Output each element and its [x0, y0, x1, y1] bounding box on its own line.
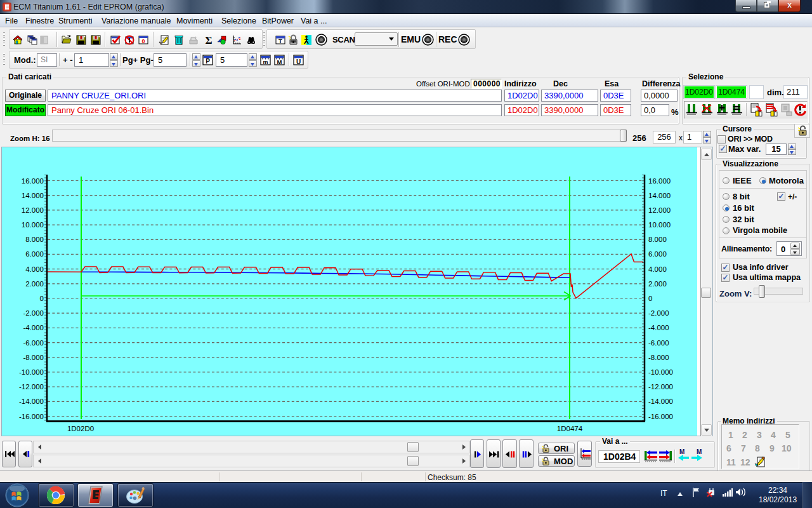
svg-text:-12.000: -12.000: [19, 383, 44, 391]
svg-text:14.000: 14.000: [648, 192, 671, 199]
svg-text:-10.000: -10.000: [648, 368, 673, 376]
svg-text:Σ: Σ: [205, 35, 212, 45]
svg-text:0: 0: [141, 38, 145, 44]
svg-text:T: T: [278, 37, 282, 44]
svg-text:10.000: 10.000: [22, 221, 44, 229]
svg-text:P: P: [206, 58, 210, 65]
svg-text:14.000: 14.000: [22, 192, 44, 199]
svg-text:-2.000: -2.000: [648, 309, 669, 317]
svg-text:-4.000: -4.000: [23, 324, 44, 331]
svg-text:16.000: 16.000: [22, 177, 44, 185]
svg-text:-4.000: -4.000: [648, 324, 669, 331]
svg-text:-8.000: -8.000: [23, 354, 44, 361]
svg-text:0: 0: [648, 295, 652, 302]
svg-text:-16.000: -16.000: [648, 413, 673, 420]
svg-text:M: M: [277, 58, 282, 65]
svg-text:-14.000: -14.000: [19, 398, 44, 405]
svg-text:0: 0: [40, 295, 44, 302]
svg-text:12.000: 12.000: [22, 206, 44, 214]
svg-text:-14.000: -14.000: [648, 398, 673, 405]
svg-text:4.000: 4.000: [25, 265, 44, 273]
svg-text:4.000: 4.000: [648, 265, 667, 273]
svg-text:8.000: 8.000: [648, 236, 667, 243]
svg-text:-6.000: -6.000: [648, 339, 669, 347]
svg-text:10.000: 10.000: [648, 221, 671, 229]
svg-text:-2.000: -2.000: [23, 309, 44, 317]
svg-text:2.000: 2.000: [25, 280, 44, 288]
svg-text:1D0474: 1D0474: [557, 425, 583, 432]
svg-text:U: U: [296, 58, 301, 65]
svg-text:-12.000: -12.000: [648, 383, 673, 391]
svg-text:-16.000: -16.000: [19, 413, 44, 420]
svg-text:6.000: 6.000: [648, 250, 667, 258]
svg-text:-8.000: -8.000: [648, 354, 669, 361]
svg-text:2.000: 2.000: [648, 280, 667, 288]
svg-text:12.000: 12.000: [648, 206, 671, 214]
svg-text:-6.000: -6.000: [23, 339, 44, 347]
svg-text:m: m: [263, 59, 268, 65]
svg-text:-10.000: -10.000: [19, 368, 44, 376]
svg-text:1D02D0: 1D02D0: [67, 425, 94, 432]
svg-text:16.000: 16.000: [648, 177, 671, 185]
svg-text:8.000: 8.000: [25, 236, 44, 243]
svg-text:6.000: 6.000: [25, 250, 44, 258]
